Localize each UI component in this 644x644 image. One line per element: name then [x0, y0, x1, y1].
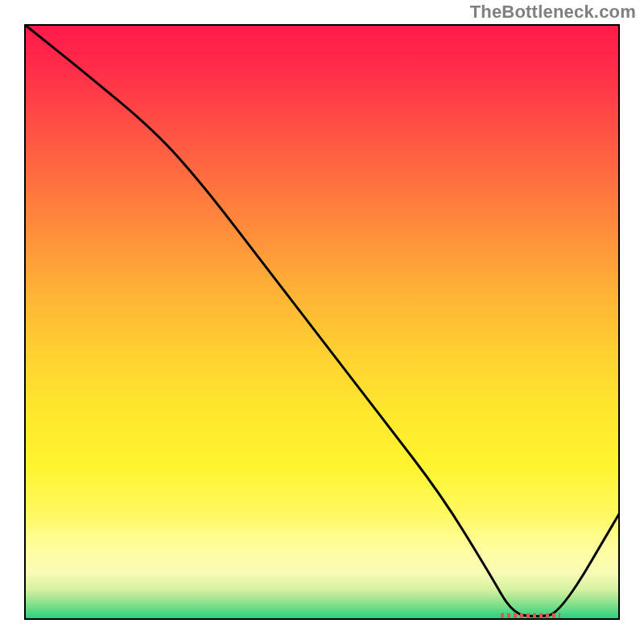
- chart-plot-area: [24, 24, 620, 620]
- chart-stage: TheBottleneck.com: [0, 0, 644, 644]
- chart-svg: [24, 24, 620, 620]
- watermark-text: TheBottleneck.com: [470, 2, 636, 23]
- gradient-background: [24, 24, 620, 620]
